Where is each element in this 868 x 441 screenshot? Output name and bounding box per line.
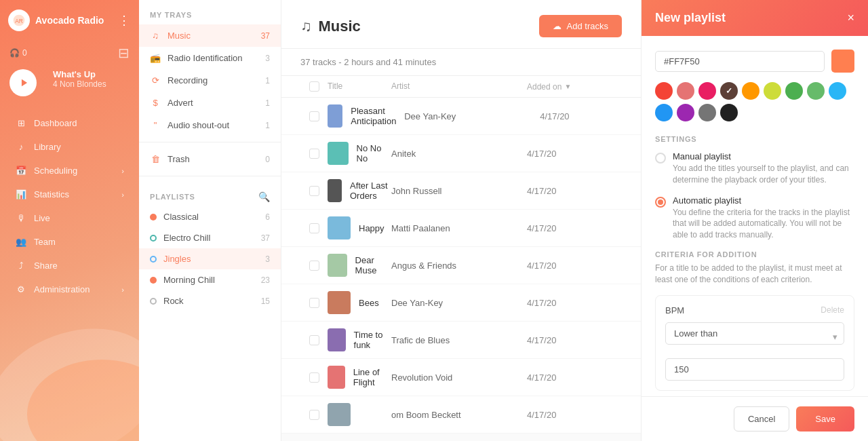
playlist-name: Rock — [163, 296, 254, 306]
sidebar-item-team[interactable]: 👥 Team — [4, 231, 135, 253]
share-icon: ⤴ — [15, 261, 27, 271]
sidebar-item-live[interactable]: 🎙 Live — [4, 207, 135, 229]
auto-playlist-option[interactable]: Automatic playlist You define the criter… — [655, 195, 854, 241]
color-preview[interactable] — [831, 50, 854, 73]
table-row[interactable]: Pleasant Anticipation Dee Yan-Key 4/17/2… — [281, 98, 641, 135]
auto-radio-button[interactable] — [655, 197, 666, 208]
color-swatch[interactable] — [655, 82, 673, 100]
sidebar-header: AR Avocado Radio ⋮ — [0, 0, 139, 41]
track-title: Bees — [359, 298, 379, 308]
cancel-button[interactable]: Cancel — [734, 406, 789, 432]
track-date: 4/17/20 — [527, 186, 608, 196]
header-artist: Artist — [391, 81, 527, 92]
save-button[interactable]: Save — [796, 406, 854, 432]
tray-item-audio-shoutout[interactable]: " Audio shout-out 1 — [139, 114, 281, 136]
track-thumbnail — [328, 254, 347, 277]
table-row[interactable]: om Boom Beckett 4/17/20 — [281, 396, 641, 434]
player-settings-icon[interactable]: ⊟ — [118, 45, 130, 61]
tray-item-recording[interactable]: ⟳ Recording 1 — [139, 69, 281, 92]
playlist-item-classical[interactable]: Classical 6 — [139, 206, 281, 227]
tray-item-trash[interactable]: 🗑 Trash 0 — [139, 148, 281, 170]
manual-playlist-option[interactable]: Manual playlist You add the titles yours… — [655, 151, 854, 186]
sort-icon[interactable]: ▼ — [564, 83, 571, 90]
track-thumbnail — [328, 328, 346, 351]
criterion-delete-button[interactable]: Delete — [821, 305, 844, 315]
tray-count: 3 — [265, 54, 270, 63]
table-row[interactable]: Dear Muse Angus & Friends 4/17/20 — [281, 247, 641, 284]
table-row[interactable]: Line of Flight Revolution Void 4/17/20 — [281, 359, 641, 396]
table-row[interactable]: After Last Orders John Russell 4/17/20 — [281, 172, 641, 210]
sidebar-item-dashboard[interactable]: ⊞ Dashboard — [4, 112, 135, 134]
table-row[interactable]: Bees Dee Yan-Key 4/17/20 — [281, 284, 641, 322]
color-swatch-selected[interactable] — [720, 82, 738, 100]
table-row[interactable]: Happy Matti Paalanen 4/17/20 — [281, 210, 641, 247]
play-button[interactable] — [9, 69, 37, 96]
track-title-cell: Pleasant Anticipation — [328, 104, 404, 128]
panel-footer: Cancel Save — [642, 396, 868, 441]
music-note-icon: ♫ — [300, 18, 312, 35]
color-swatch[interactable] — [720, 104, 738, 121]
panel-title: New playlist — [655, 11, 726, 25]
add-tracks-button[interactable]: ☁ Add tracks — [539, 15, 622, 37]
tray-item-music[interactable]: ♫ Music 37 — [139, 24, 281, 47]
row-checkbox[interactable] — [309, 223, 319, 233]
color-swatch[interactable] — [677, 82, 694, 100]
row-checkbox[interactable] — [309, 186, 319, 196]
track-artist: Revolution Void — [391, 372, 527, 383]
track-artist: Trafic de Blues — [391, 335, 527, 345]
sidebar-item-statistics[interactable]: 📊 Statistics › — [4, 183, 135, 206]
color-swatch[interactable] — [829, 82, 846, 100]
playlist-item-morning-chill[interactable]: Morning Chill 23 — [139, 269, 281, 290]
color-swatch[interactable] — [764, 82, 781, 100]
new-playlist-panel: New playlist × SETTINGS Manual p — [641, 0, 868, 441]
sidebar-item-scheduling[interactable]: 📅 Scheduling › — [4, 159, 135, 182]
color-swatch[interactable] — [785, 82, 803, 100]
color-swatch[interactable] — [698, 104, 716, 121]
color-swatch[interactable] — [677, 104, 694, 121]
header-actions — [608, 81, 622, 92]
playlist-item-electro-chill[interactable]: Electro Chill 37 — [139, 227, 281, 248]
playlist-name: Electro Chill — [163, 233, 254, 243]
color-swatch[interactable] — [742, 82, 760, 100]
select-all-checkbox[interactable] — [309, 81, 319, 92]
tray-divider — [139, 176, 281, 176]
playlist-item-jingles[interactable]: Jingles 3 — [139, 248, 281, 269]
tray-label: Radio Identification — [167, 53, 258, 63]
headphone-count: 🎧 0 — [9, 48, 27, 58]
color-swatch[interactable] — [807, 82, 825, 100]
playlist-dot — [150, 235, 157, 242]
track-title-cell: Line of Flight — [328, 366, 391, 389]
track-date: 4/17/20 — [527, 410, 608, 420]
row-checkbox[interactable] — [309, 261, 319, 271]
row-checkbox[interactable] — [309, 410, 319, 420]
playlist-count: 23 — [261, 275, 270, 285]
color-swatch[interactable] — [655, 104, 673, 121]
row-checkbox[interactable] — [309, 372, 319, 383]
track-title-cell: After Last Orders — [328, 179, 391, 202]
tray-item-advert[interactable]: $ Advert 1 — [139, 92, 281, 114]
track-date: 4/17/20 — [527, 335, 608, 345]
search-icon[interactable]: 🔍 — [258, 191, 270, 202]
svg-text:AR: AR — [15, 18, 23, 24]
sidebar-item-library[interactable]: ♪ Library — [4, 136, 135, 158]
auto-option-title: Automatic playlist — [673, 195, 854, 206]
tray-item-radio-id[interactable]: 📻 Radio Identification 3 — [139, 47, 281, 69]
color-swatch[interactable] — [698, 82, 716, 100]
criterion-value-input[interactable] — [665, 358, 844, 381]
row-checkbox[interactable] — [309, 111, 319, 121]
table-row[interactable]: No No No Anitek 4/17/20 — [281, 135, 641, 172]
criterion-condition-wrapper: Lower than Higher than Equal to Between — [665, 322, 844, 351]
sidebar-item-administration[interactable]: ⚙ Administration › — [4, 278, 135, 301]
table-row[interactable]: Time to funk Trafic de Blues 4/17/20 — [281, 322, 641, 359]
manual-radio-button[interactable] — [655, 153, 666, 164]
close-button[interactable]: × — [847, 11, 854, 25]
track-thumbnail — [328, 403, 351, 426]
row-checkbox[interactable] — [309, 149, 319, 159]
hex-color-input[interactable] — [655, 51, 825, 72]
row-checkbox[interactable] — [309, 298, 319, 308]
menu-dots[interactable]: ⋮ — [118, 13, 131, 28]
sidebar-item-share[interactable]: ⤴ Share — [4, 254, 135, 277]
row-checkbox[interactable] — [309, 335, 319, 345]
criterion-condition-select[interactable]: Lower than Higher than Equal to Between — [665, 322, 844, 345]
playlist-item-rock[interactable]: Rock 15 — [139, 290, 281, 311]
